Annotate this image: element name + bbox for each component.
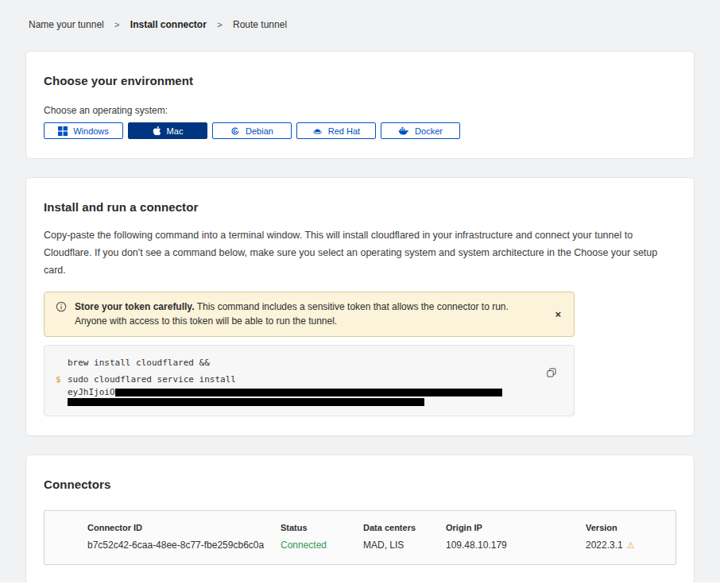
environment-card-title: Choose your environment [44, 74, 676, 87]
os-button-label: Debian [246, 126, 273, 136]
breadcrumb-separator: > [217, 20, 222, 29]
close-icon[interactable]: × [552, 307, 564, 322]
os-select-label: Choose an operating system: [44, 105, 676, 116]
install-connector-card: Install and run a connector Copy-paste t… [25, 177, 695, 436]
debian-icon [230, 126, 240, 136]
data-centers-value: MAD, LIS [363, 540, 446, 551]
os-button-docker[interactable]: Docker [381, 122, 460, 139]
footer-strip [0, 582, 720, 588]
code-token-line [56, 398, 563, 406]
breadcrumb-item-install-connector[interactable]: Install connector [130, 19, 207, 30]
shell-prompt: $ [56, 371, 68, 388]
code-token-line: eyJhIjoiO [56, 388, 563, 397]
os-button-redhat[interactable]: Red Hat [296, 122, 376, 139]
code-line-text: sudo cloudflared service install [68, 371, 236, 388]
connectors-card: Connectors Connector ID Status Data cent… [25, 455, 695, 585]
origin-ip-value: 109.48.10.179 [446, 540, 586, 551]
apple-icon [153, 126, 161, 136]
code-line: brew install cloudflared && [56, 354, 563, 371]
os-button-debian[interactable]: Debian [212, 122, 292, 139]
column-header-data-centers: Data centers [363, 523, 446, 532]
token-warning-bold: Store your token carefully. [75, 301, 195, 312]
install-card-title: Install and run a connector [44, 200, 676, 214]
os-button-label: Windows [73, 126, 109, 136]
os-button-group: Windows Mac Debian Red Hat Docker [44, 122, 676, 139]
code-line-text: brew install cloudflared && [68, 354, 215, 371]
redhat-icon [312, 126, 323, 136]
redacted-token-bar [115, 389, 502, 397]
os-button-label: Docker [415, 126, 443, 136]
token-warning-text: Store your token carefully. This command… [75, 300, 563, 329]
breadcrumb: Name your tunnel > Install connector > R… [0, 0, 720, 30]
breadcrumb-separator: > [114, 20, 119, 29]
docker-icon [398, 126, 409, 135]
breadcrumb-item-name-your-tunnel[interactable]: Name your tunnel [29, 19, 104, 30]
install-command-codeblock: brew install cloudflared && $ sudo cloud… [44, 345, 575, 416]
os-button-label: Mac [167, 126, 184, 136]
install-description: Copy-paste the following command into a … [44, 227, 676, 280]
choose-environment-card: Choose your environment Choose an operat… [25, 51, 695, 159]
connectors-card-title: Connectors [44, 478, 676, 491]
os-button-label: Red Hat [328, 126, 360, 136]
version-warning-icon: ⚠ [627, 540, 635, 550]
info-icon [56, 301, 67, 317]
connectors-table: Connector ID Status Data centers Origin … [44, 510, 676, 565]
breadcrumb-item-route-tunnel[interactable]: Route tunnel [233, 19, 287, 30]
copy-icon[interactable] [545, 366, 558, 379]
windows-icon [58, 126, 68, 136]
column-header-status: Status [281, 523, 363, 532]
redacted-token-bar [68, 398, 424, 406]
column-header-connector-id: Connector ID [87, 523, 281, 532]
connector-id-value: b7c52c42-6caa-48ee-8c77-fbe259cb6c0a [87, 540, 281, 551]
version-number: 2022.3.1 [586, 540, 623, 551]
column-header-version: Version [586, 523, 660, 532]
column-header-origin-ip: Origin IP [446, 523, 586, 532]
status-badge: Connected [281, 540, 363, 551]
os-button-mac[interactable]: Mac [128, 122, 207, 139]
token-warning-banner: Store your token carefully. This command… [44, 292, 575, 337]
token-prefix: eyJhIjoiO [68, 388, 115, 397]
version-value: 2022.3.1⚠ [586, 540, 660, 551]
os-button-windows[interactable]: Windows [44, 122, 123, 139]
code-line: $ sudo cloudflared service install [56, 371, 563, 388]
